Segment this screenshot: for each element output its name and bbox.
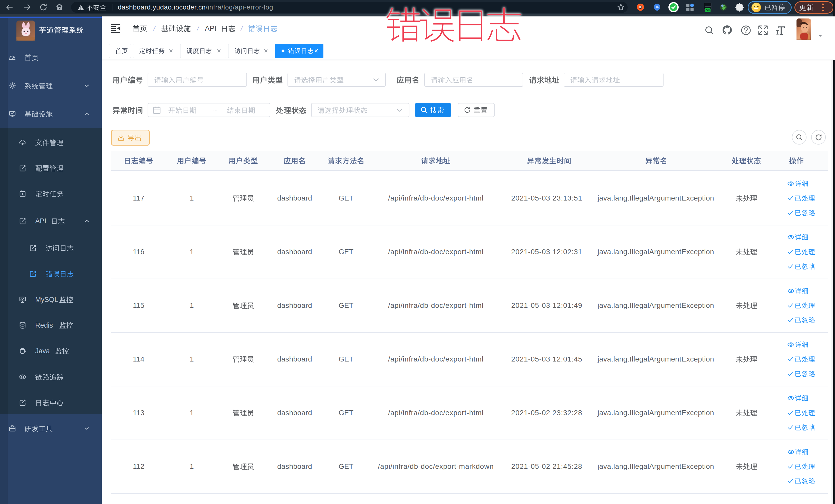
svg-text:ON: ON bbox=[706, 9, 710, 12]
